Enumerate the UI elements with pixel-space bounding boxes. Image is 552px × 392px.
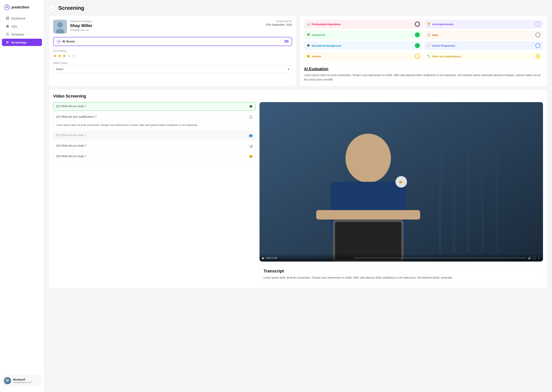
metric-professional-experience[interactable]: 📊 Professional Experience [304, 20, 423, 28]
metric-accomplishments[interactable]: 🏆 Accomplishments [424, 20, 543, 28]
svg-point-3 [7, 5, 7, 6]
ai-score-value: 99 [284, 39, 289, 44]
metric-attitude[interactable]: 😊 Attitude [304, 52, 423, 61]
candidate-email: shay@gmail.com [70, 28, 263, 31]
metric-skills-left: 🔧 Skills and Qualifications [427, 55, 461, 58]
question-2-icon: 📋 [249, 115, 253, 119]
svg-rect-8 [8, 18, 9, 20]
play-pause-control[interactable]: ▶ [262, 257, 264, 260]
metric-skills[interactable]: 🔧 Skills and Qualifications [424, 52, 543, 61]
sidebar-bottom: M Musharof hello@tailgrids.com ⋯ [0, 373, 44, 389]
svg-rect-6 [8, 17, 9, 18]
metrics-card: 📊 Professional Experience 🏆 Accomplishme… [300, 15, 547, 86]
metric-attitude-left: 😊 Attitude [307, 55, 321, 58]
svg-point-23 [345, 134, 391, 183]
question-2-text: Q2) What are your qualifications ? [56, 115, 97, 118]
candidate-card: Software Developer Shay Miller shay@gmai… [49, 15, 296, 86]
ai-evaluation-title: AI Evaluation [304, 67, 543, 71]
question-item-4[interactable]: Q4) What did you study ? 📊 [53, 142, 256, 150]
metric-career-label: Career Progression [432, 44, 455, 47]
question-3-text: Q3) What did you study ? [56, 133, 86, 137]
metric-cultural-fit[interactable]: 🌿 Cultural Fit [304, 30, 423, 39]
question-item-3[interactable]: Q3) What did you study ? 👥 [53, 131, 256, 140]
metric-educational-background[interactable]: 🎓 Educational Background [304, 41, 423, 50]
conducted-date: 27th September, 2024 [266, 23, 292, 26]
nav-templates-label: Templates [11, 33, 24, 36]
metric-case[interactable]: 📋 Case [424, 30, 543, 39]
logo-icon [4, 4, 10, 10]
back-button[interactable]: ← [49, 5, 56, 12]
star-1[interactable]: ★ [53, 53, 57, 58]
metric-accomplishments-icon: 🏆 [427, 22, 430, 26]
candidate-role: Software Developer [70, 20, 263, 23]
svg-point-16 [59, 41, 60, 41]
metric-skills-label: Skills and Qualifications [432, 55, 461, 58]
mute-button[interactable]: 🔊 [528, 257, 531, 260]
user-card[interactable]: M Musharof hello@tailgrids.com ⋯ [2, 375, 42, 386]
metric-cultural-left: 🌿 Cultural Fit [307, 33, 325, 37]
templates-icon [6, 33, 9, 36]
metric-career-icon: 📈 [427, 44, 430, 47]
svg-rect-21 [482, 111, 484, 252]
video-screening-title: Video Screening [53, 94, 543, 99]
nav-dashboard[interactable]: Dashboard [2, 14, 42, 22]
question-item-1[interactable]: Q1) What did you study ? 🎓 [53, 102, 256, 111]
metric-edu-label: Educational Background [312, 44, 341, 47]
svg-point-4 [8, 8, 9, 8]
metric-pro-exp-left: 📊 Professional Experience [307, 22, 341, 26]
svg-point-1 [5, 7, 6, 8]
jobs-icon [6, 25, 9, 28]
metric-cultural-circle [415, 32, 420, 37]
nav-templates[interactable]: Templates [2, 31, 42, 38]
metric-career-circle [535, 43, 540, 48]
star-2[interactable]: ★ [58, 53, 62, 58]
nav-screenings[interactable]: Screenings [2, 39, 42, 46]
candidate-name: Shay Miller [70, 23, 263, 28]
svg-point-15 [58, 41, 58, 42]
star-3[interactable]: ★ [62, 53, 66, 58]
logo-text: predicthire [12, 5, 29, 9]
candidate-header: Software Developer Shay Miller shay@gmai… [53, 20, 292, 34]
video-player[interactable]: ▶ ▶ 0:00 / 0:10 🔊 ⛶ ⋮ [259, 102, 543, 261]
play-button[interactable]: ▶ [395, 176, 407, 188]
transcript-section: Transcript Lorem ipsum dolor sit amet co… [259, 265, 543, 284]
nav-dashboard-label: Dashboard [11, 17, 25, 20]
metric-edu-icon: 🎓 [307, 44, 310, 47]
action-dropdown[interactable]: Action ▾ [53, 65, 292, 73]
star-5[interactable]: ★ [72, 53, 75, 58]
fullscreen-button[interactable]: ⛶ [533, 257, 536, 260]
metric-attitude-circle [415, 54, 420, 59]
give-rating-label: Give Rating [53, 49, 292, 52]
metric-attitude-label: Attitude [312, 55, 321, 58]
video-placeholder: ▶ [259, 102, 543, 261]
star-4[interactable]: ★ [67, 53, 71, 58]
metric-pro-exp-icon: 📊 [307, 22, 310, 26]
svg-rect-7 [6, 18, 7, 20]
nav-jobs[interactable]: Jobs [2, 23, 42, 30]
metric-career-progression[interactable]: 📈 Career Progression [424, 41, 543, 50]
metric-case-label: Case [432, 34, 438, 36]
metric-skills-icon: 🔧 [427, 55, 430, 58]
metric-cultural-label: Cultural Fit [312, 34, 325, 36]
svg-point-2 [8, 6, 9, 7]
ai-evaluation-section: AI Evaluation Lorem ipsum dolor sit amet… [304, 64, 543, 82]
candidate-name-block: Software Developer Shay Miller shay@gmai… [70, 20, 263, 31]
progress-bar[interactable] [354, 258, 526, 258]
user-menu-button[interactable]: ⋯ [37, 378, 40, 383]
candidate-avatar-svg [53, 20, 67, 34]
nav-screenings-label: Screenings [11, 41, 27, 44]
question-item-2[interactable]: Q2) What are your qualifications ? 📋 [53, 113, 256, 121]
more-options-button[interactable]: ⋮ [538, 257, 540, 260]
ai-evaluation-text: Lorem ipsum dolor sit amet consectetur. … [304, 73, 543, 82]
metric-attitude-icon: 😊 [307, 55, 310, 58]
video-time: 0:00 / 0:10 [266, 257, 352, 259]
question-item-5[interactable]: Q5) What did you study ? 😊 [53, 152, 256, 161]
question-1-icon: 🎓 [249, 105, 253, 108]
svg-rect-18 [439, 111, 441, 252]
svg-rect-22 [496, 111, 498, 252]
user-email: hello@tailgrids.com [13, 381, 35, 383]
select-status-label: Select Status [53, 62, 292, 64]
page-header: ← Screening [49, 5, 547, 12]
metric-edu-left: 🎓 Educational Background [307, 44, 341, 47]
metric-accomplishments-label: Accomplishments [432, 23, 454, 26]
